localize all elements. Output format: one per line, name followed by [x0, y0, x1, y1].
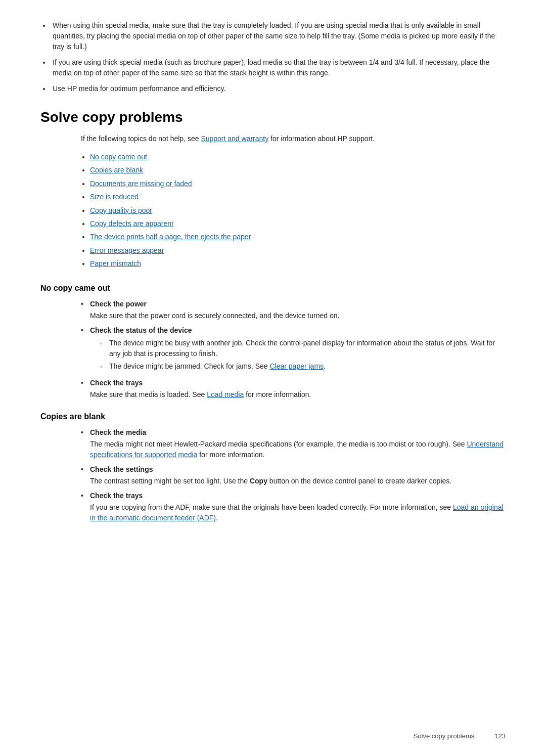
- subsection-copies-blank-bullets: • Check the media The media might not me…: [81, 427, 506, 523]
- sub-bullet-list-status: ◦ The device might be busy with another …: [100, 338, 506, 372]
- bullet-check-media-label: Check the media: [90, 428, 146, 436]
- sub-bullet-status-2: ◦ The device might be jammed. Check for …: [100, 361, 506, 372]
- bullet-check-media-body: The media might not meet Hewlett-Packard…: [90, 439, 506, 460]
- bullet-check-status: • Check the status of the device ◦ The d…: [81, 325, 506, 374]
- support-warranty-link[interactable]: Support and warranty: [201, 135, 268, 143]
- toc-item-4: Size is reduced: [90, 191, 506, 202]
- toc-item-1: No copy came out: [90, 151, 506, 162]
- sub-bullet-status-2-text: The device might be jammed. Check for ja…: [109, 361, 506, 372]
- bullet-dot-5: •: [81, 464, 90, 486]
- toc-item-3: Documents are missing or faded: [90, 178, 506, 189]
- bullet-check-power-label: Check the power: [90, 300, 147, 308]
- toc-item-2: Copies are blank: [90, 164, 506, 175]
- bullet-check-settings-body: The contrast setting might be set too li…: [90, 476, 506, 486]
- subsection-copies-blank: Copies are blank • Check the media The m…: [40, 412, 506, 523]
- toc-link-1[interactable]: No copy came out: [90, 153, 147, 161]
- bullet-check-trays-1: • Check the trays Make sure that media i…: [81, 378, 506, 400]
- intro-bullet-1: When using thin special media, make sure…: [51, 20, 506, 52]
- bullet-check-trays-1-body: Make sure that media is loaded. See Load…: [90, 389, 506, 400]
- toc-item-8: Error messages appear: [90, 245, 506, 256]
- toc-link-6[interactable]: Copy defects are apparent: [90, 219, 173, 228]
- toc-link-2[interactable]: Copies are blank: [90, 166, 143, 174]
- toc-link-3[interactable]: Documents are missing or faded: [90, 180, 192, 188]
- sub-bullet-status-1: ◦ The device might be busy with another …: [100, 338, 506, 359]
- bullet-check-media-content: Check the media The media might not meet…: [90, 427, 506, 460]
- bullet-dot-4: •: [81, 427, 90, 460]
- sub-bullet-dot-1: ◦: [100, 339, 109, 359]
- toc-link-8[interactable]: Error messages appear: [90, 246, 164, 254]
- toc-list: No copy came out Copies are blank Docume…: [81, 151, 506, 270]
- toc-link-7[interactable]: The device prints half a page, then ejec…: [90, 233, 251, 241]
- bullet-check-power-content: Check the power Make sure that the power…: [90, 299, 506, 321]
- bullet-check-settings: • Check the settings The contrast settin…: [81, 464, 506, 486]
- footer-page-number: 123: [494, 732, 506, 740]
- clear-paper-jams-link[interactable]: Clear paper jams: [269, 362, 324, 370]
- toc-item-5: Copy quality is poor: [90, 205, 506, 216]
- page-footer: Solve copy problems 123: [414, 732, 506, 740]
- bullet-check-trays-2-label: Check the trays: [90, 492, 143, 500]
- bullet-check-status-content: Check the status of the device ◦ The dev…: [90, 325, 506, 374]
- toc-link-5[interactable]: Copy quality is poor: [90, 206, 152, 214]
- toc-item-9: Paper mismatch: [90, 258, 506, 269]
- sub-bullet-dot-2: ◦: [100, 363, 109, 372]
- toc-link-4[interactable]: Size is reduced: [90, 193, 139, 201]
- understand-specs-link[interactable]: Understand specifications for supported …: [90, 440, 504, 459]
- footer-section-label: Solve copy problems: [414, 732, 475, 740]
- toc-item-6: Copy defects are apparent: [90, 218, 506, 229]
- bullet-check-trays-1-label: Check the trays: [90, 379, 143, 387]
- intro-paragraph: If the following topics do not help, see…: [81, 134, 506, 144]
- intro-bullet-list: When using thin special media, make sure…: [40, 20, 506, 94]
- bullet-dot-6: •: [81, 491, 90, 523]
- bullet-check-power-body: Make sure that the power cord is securel…: [90, 310, 506, 321]
- subsection-copies-blank-title: Copies are blank: [40, 412, 506, 421]
- section-title: Solve copy problems: [40, 109, 506, 125]
- bullet-check-trays-2-body: If you are copying from the ADF, make su…: [90, 502, 506, 523]
- load-original-link[interactable]: Load an original in the automatic docume…: [90, 503, 504, 522]
- bullet-check-trays-2-content: Check the trays If you are copying from …: [90, 491, 506, 523]
- bullet-dot-1: •: [81, 299, 90, 321]
- toc-item-7: The device prints half a page, then ejec…: [90, 231, 506, 242]
- intro-text-pre: If the following topics do not help, see: [81, 135, 201, 143]
- subsection-no-copy-title: No copy came out: [40, 284, 506, 293]
- subsection-no-copy-bullets: • Check the power Make sure that the pow…: [81, 299, 506, 400]
- bullet-check-media: • Check the media The media might not me…: [81, 427, 506, 460]
- intro-text-post: for information about HP support.: [268, 135, 375, 143]
- bullet-dot-3: •: [81, 378, 90, 400]
- intro-bullet-3: Use HP media for optimum performance and…: [51, 83, 506, 94]
- sub-bullet-status-1-text: The device might be busy with another jo…: [109, 338, 506, 359]
- bullet-check-settings-label: Check the settings: [90, 465, 153, 473]
- bullet-check-power: • Check the power Make sure that the pow…: [81, 299, 506, 321]
- bullet-dot-2: •: [81, 325, 90, 374]
- load-media-link[interactable]: Load media: [207, 390, 244, 398]
- intro-bullet-2: If you are using thick special media (su…: [51, 57, 506, 78]
- bullet-check-settings-content: Check the settings The contrast setting …: [90, 464, 506, 486]
- toc-link-9[interactable]: Paper mismatch: [90, 259, 141, 268]
- subsection-no-copy: No copy came out • Check the power Make …: [40, 284, 506, 400]
- bullet-check-status-label: Check the status of the device: [90, 326, 192, 334]
- bullet-check-trays-2: • Check the trays If you are copying fro…: [81, 491, 506, 523]
- bullet-check-trays-1-content: Check the trays Make sure that media is …: [90, 378, 506, 400]
